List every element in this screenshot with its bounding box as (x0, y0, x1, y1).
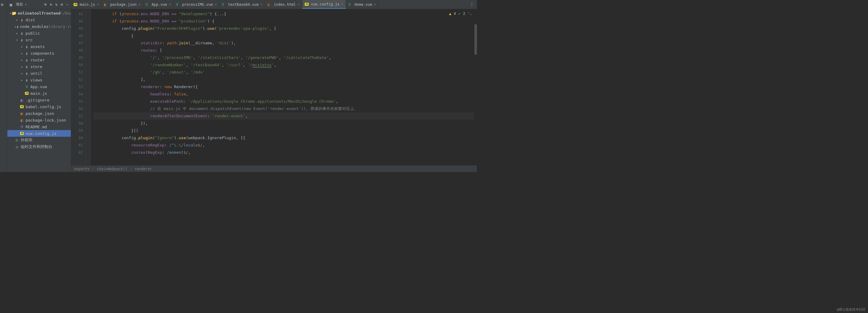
expand-icon[interactable]: ⇆ (50, 2, 52, 7)
breadcrumb[interactable]: exports›chainWebpack()›renderer (71, 165, 477, 172)
tree-item--gitignore[interactable]: ◧.gitignore (7, 97, 71, 103)
tab-processimg-vue[interactable]: VprocessIMG.vue× (174, 0, 220, 9)
tab-textbase64-vue[interactable]: VtextBase64.vue× (220, 0, 266, 9)
tab-package-json[interactable]: ◧package.json× (101, 0, 143, 9)
code-line[interactable]: contextRegExp: /moment$/, (93, 149, 474, 156)
folder-icon: ▮ (20, 17, 24, 22)
tree-item-label: until (30, 71, 42, 76)
chevron-up-down-icon[interactable]: ⌃⌄ (468, 11, 472, 16)
tab-label: package.json (110, 2, 136, 7)
chevron-icon[interactable]: ▸ (14, 32, 20, 35)
chevron-down-icon[interactable]: ▾ (25, 3, 27, 6)
line-number: 47 (72, 39, 83, 47)
tab-app-vue[interactable]: VApp.vue× (143, 0, 174, 9)
chevron-icon[interactable]: ▾ (14, 38, 20, 42)
code-line[interactable]: '/gh', '/about', '/mdv' (93, 69, 474, 76)
code-line[interactable]: resourceRegExp: /^\.\/locale$/, (93, 142, 474, 149)
chevron-icon[interactable]: ▸ (20, 65, 24, 68)
close-icon[interactable]: × (374, 2, 376, 6)
tree-item-readme-md[interactable]: MREADME.md (7, 124, 71, 130)
vertical-scrollbar[interactable] (474, 18, 477, 159)
project-tree[interactable]: ▾📁onlinetoolfrontend ~/Documents/CodePro… (7, 9, 71, 172)
left-tool-gutter: ⊞ (0, 0, 7, 172)
close-icon[interactable]: × (169, 2, 171, 6)
tree-item-until[interactable]: ▸▮until (7, 70, 71, 77)
gear-icon[interactable]: ⚙ (61, 2, 63, 7)
tab-label: App.vue (152, 2, 167, 7)
tree-item-assets[interactable]: ▸▮assets (7, 43, 71, 50)
code-line[interactable]: renderer: new Renderer({ (93, 83, 474, 91)
tree-item-main-js[interactable]: JSmain.js (7, 90, 71, 97)
chevron-icon[interactable]: ▸ (20, 78, 24, 82)
breadcrumb-item[interactable]: renderer (134, 167, 152, 171)
code-line[interactable]: }), (93, 120, 474, 127)
code-line[interactable]: config.plugin("PrerenderSPAPlugin").use(… (93, 25, 474, 32)
tree-item-label: main.js (30, 91, 47, 96)
close-icon[interactable]: × (341, 2, 343, 6)
tree-item-package-lock-json[interactable]: ◧package-lock.json (7, 117, 71, 124)
js-icon: JS (24, 91, 29, 96)
tab-label: main.js (80, 2, 95, 7)
chevron-icon[interactable]: ▸ (20, 58, 24, 62)
code-content[interactable]: if (process.env.NODE_ENV == "development… (91, 9, 477, 165)
close-icon[interactable]: × (97, 2, 99, 6)
tree-item-router[interactable]: ▸▮router (7, 57, 71, 63)
code-line[interactable]: staticDir: path.join(__dirname, 'dist'), (93, 39, 474, 47)
editor-area: JSmain.js×◧package.json×VApp.vue×Vproces… (71, 0, 477, 172)
tree-item-label: src (26, 38, 33, 42)
chevron-icon[interactable]: ▸ (20, 51, 24, 55)
tab-index-html[interactable]: ◧index.html× (265, 0, 302, 9)
breadcrumb-item[interactable]: chainWebpack() (97, 167, 127, 171)
tree-item-components[interactable]: ▸▮components (7, 50, 71, 57)
tree-item-babel-config-js[interactable]: JSbabel.config.js (7, 103, 71, 110)
tree-item-vue-config-js[interactable]: JSvue.config.js (7, 130, 71, 137)
tree-item-src[interactable]: ▾▮src (7, 36, 71, 43)
tree-item----[interactable]: ⊪外部库 (7, 137, 71, 143)
structure-icon[interactable]: ⊞ (1, 2, 6, 7)
code-line[interactable]: config.plugin("Ignore").use(webpack.Igno… (93, 134, 474, 142)
tree-item-label: App.vue (30, 84, 47, 89)
code-line[interactable]: '/', '/processIMG', '/statisticsChars', … (93, 54, 474, 61)
scrollbar-thumb[interactable] (474, 24, 477, 55)
close-icon[interactable]: × (298, 2, 300, 6)
collapse-icon[interactable]: ⇅ (55, 2, 58, 7)
code-line[interactable]: executablePath: '/Applications/Google Ch… (93, 98, 474, 105)
target-icon[interactable]: ⊕ (44, 2, 47, 7)
tab-vue-config-js[interactable]: JSvue.config.js× (302, 0, 346, 9)
code-line[interactable]: if (process.env.NODE_ENV == "production"… (93, 18, 474, 25)
code-line[interactable]: ], (93, 76, 474, 83)
tab-overflow-icon[interactable]: ⋮ (467, 2, 477, 7)
tree-item-views[interactable]: ▸▮views (7, 77, 71, 83)
tree-item-node-modules[interactable]: ▸▮node_modules library root (7, 23, 71, 30)
tree-item-dist[interactable]: ▸▮dist (7, 16, 71, 23)
chevron-icon[interactable]: ▸ (20, 72, 24, 75)
code-line[interactable]: if (process.env.NODE_ENV == "development… (93, 10, 474, 18)
minimize-icon[interactable]: — (66, 2, 68, 7)
tab-home-vue[interactable]: VHome.vue× (346, 0, 379, 9)
tree-item-app-vue[interactable]: VApp.vue (7, 83, 71, 90)
close-icon[interactable]: × (138, 2, 141, 6)
editor-inspection-status[interactable]: ▲ 4 ✔ 2 ⌃⌄ (447, 11, 474, 16)
close-icon[interactable]: × (215, 2, 217, 6)
code-container: 4144454647484950515253545556575859606162… (71, 9, 477, 165)
chevron-icon[interactable]: ▸ (14, 18, 20, 22)
tree-item-label: 临时文件和控制台 (21, 144, 52, 149)
code-line[interactable]: renderAfterDocumentEvent: 'render-event'… (93, 112, 474, 120)
code-line[interactable]: '/randomNumber', '/textBase64', '/curl',… (93, 61, 474, 69)
breadcrumb-item[interactable]: exports (74, 167, 90, 171)
code-line[interactable]: }]) (93, 127, 474, 134)
tree-item-store[interactable]: ▸▮store (7, 63, 71, 70)
code-line[interactable]: // 在 main.js 中 document.dispatchEvent(ne… (93, 105, 474, 112)
tree-item---------[interactable]: ◷临时文件和控制台 (7, 143, 71, 150)
code-line[interactable]: routes: [ (93, 47, 474, 54)
code-line[interactable]: headless: false, (93, 91, 474, 98)
code-line[interactable]: { (93, 32, 474, 39)
tree-item-package-json[interactable]: ◧package.json (7, 110, 71, 117)
close-icon[interactable]: × (261, 2, 263, 6)
chevron-icon[interactable]: ▸ (20, 45, 24, 48)
folder-icon: ▮ (24, 64, 29, 69)
tab-main-js[interactable]: JSmain.js× (71, 0, 101, 9)
json-icon: ◧ (104, 2, 106, 7)
tree-root[interactable]: ▾📁onlinetoolfrontend ~/Documents/CodePro… (7, 10, 71, 16)
tree-item-public[interactable]: ▸▮public (7, 30, 71, 36)
